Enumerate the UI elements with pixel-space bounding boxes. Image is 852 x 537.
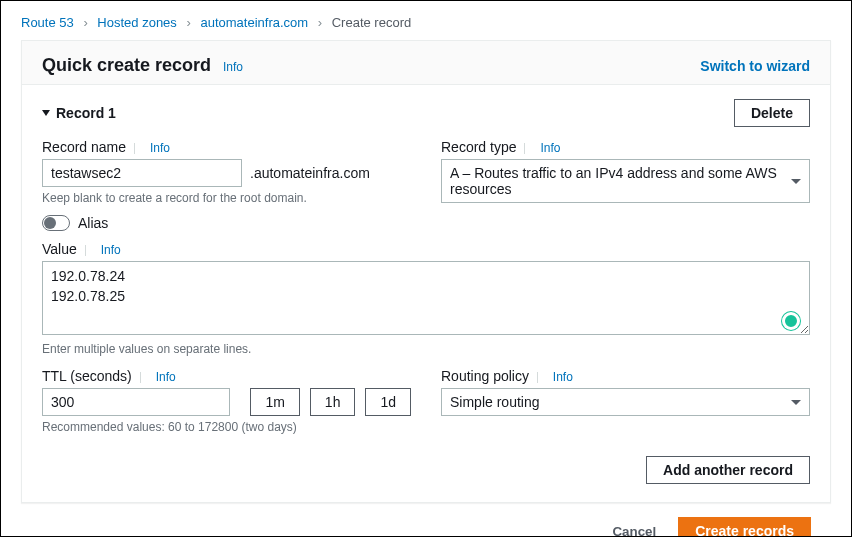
record-expander[interactable]: Record 1 — [42, 105, 116, 121]
chevron-right-icon: › — [186, 15, 190, 30]
breadcrumb-hosted-zones[interactable]: Hosted zones — [97, 15, 177, 30]
create-records-button[interactable]: Create records — [678, 517, 811, 537]
record-type-select[interactable]: A – Routes traffic to an IPv4 address an… — [441, 159, 810, 203]
switch-to-wizard-link[interactable]: Switch to wizard — [700, 58, 810, 74]
record-name-hint: Keep blank to create a record for the ro… — [42, 191, 411, 205]
routing-policy-selected: Simple routing — [450, 394, 540, 410]
alias-label: Alias — [78, 215, 108, 231]
routing-policy-label: Routing policy — [441, 368, 529, 384]
breadcrumb-zone-name[interactable]: automateinfra.com — [200, 15, 308, 30]
alias-toggle[interactable] — [42, 215, 70, 231]
ttl-label: TTL (seconds) — [42, 368, 132, 384]
value-textarea[interactable] — [42, 261, 810, 335]
routing-policy-info[interactable]: Info — [553, 370, 573, 384]
ttl-preset-1m[interactable]: 1m — [250, 388, 299, 416]
record-type-selected: A – Routes traffic to an IPv4 address an… — [450, 165, 791, 197]
ttl-info[interactable]: Info — [156, 370, 176, 384]
record-name-input[interactable] — [42, 159, 242, 187]
record-name-suffix: .automateinfra.com — [250, 165, 370, 181]
value-info[interactable]: Info — [101, 243, 121, 257]
record-name-info[interactable]: Info — [150, 141, 170, 155]
ttl-hint: Recommended values: 60 to 172800 (two da… — [42, 420, 411, 434]
chevron-down-icon — [791, 179, 801, 184]
ttl-preset-1d[interactable]: 1d — [365, 388, 411, 416]
delete-button[interactable]: Delete — [734, 99, 810, 127]
caret-down-icon — [42, 110, 50, 116]
breadcrumb-current: Create record — [332, 15, 411, 30]
record-title-text: Record 1 — [56, 105, 116, 121]
ttl-input[interactable] — [42, 388, 230, 416]
grammarly-icon — [782, 312, 800, 330]
value-hint: Enter multiple values on separate lines. — [42, 342, 810, 356]
breadcrumb-route53[interactable]: Route 53 — [21, 15, 74, 30]
breadcrumb: Route 53 › Hosted zones › automateinfra.… — [21, 15, 831, 30]
chevron-right-icon: › — [318, 15, 322, 30]
cancel-button[interactable]: Cancel — [596, 519, 672, 538]
chevron-down-icon — [791, 400, 801, 405]
quick-create-panel: Quick create record Info Switch to wizar… — [21, 40, 831, 503]
record-type-label: Record type — [441, 139, 516, 155]
chevron-right-icon: › — [83, 15, 87, 30]
add-another-record-button[interactable]: Add another record — [646, 456, 810, 484]
record-type-info[interactable]: Info — [540, 141, 560, 155]
value-label: Value — [42, 241, 77, 257]
ttl-preset-1h[interactable]: 1h — [310, 388, 356, 416]
page-title: Quick create record — [42, 55, 211, 75]
title-info-link[interactable]: Info — [223, 60, 243, 74]
record-name-label: Record name — [42, 139, 126, 155]
routing-policy-select[interactable]: Simple routing — [441, 388, 810, 416]
